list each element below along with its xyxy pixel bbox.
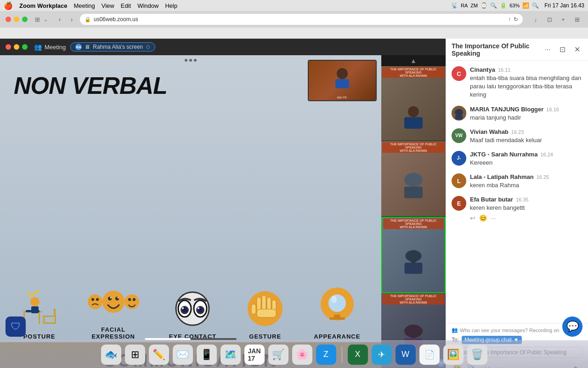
strip-scroll-up[interactable]: ▲	[381, 55, 446, 66]
screen-share-expand[interactable]: ⊙	[146, 44, 150, 50]
svg-rect-2	[39, 312, 40, 324]
svg-point-11	[88, 294, 102, 309]
avatar-vivian: VW	[452, 128, 466, 143]
slide-menu-dots[interactable]	[185, 59, 197, 62]
msg-time-1: 16.11	[498, 67, 511, 73]
battery-pct: 63%	[509, 3, 520, 8]
svg-point-32	[198, 307, 199, 309]
dock-word[interactable]: W	[396, 345, 416, 365]
svg-point-51	[404, 173, 423, 187]
svg-point-57	[404, 325, 423, 338]
zoom-minimize[interactable]	[14, 44, 19, 50]
dock-phone[interactable]: 📱	[197, 345, 217, 365]
download-icon[interactable]: ↓	[530, 14, 541, 25]
address-bar[interactable]: 🔒 us06web.zoom.us ↑ ↻	[80, 14, 523, 25]
meeting-label: Meeting	[45, 44, 66, 51]
dock-finder[interactable]: 🐟	[101, 345, 121, 365]
appearance-svg	[317, 283, 358, 329]
svg-point-18	[117, 297, 119, 299]
gesture-svg	[244, 283, 286, 329]
new-tab-icon[interactable]: +	[558, 14, 569, 25]
menu-view[interactable]: View	[102, 2, 114, 9]
menu-window[interactable]: Window	[137, 2, 158, 9]
posture-item: POSTURE	[21, 288, 58, 340]
maximize-button[interactable]	[22, 17, 28, 22]
msg-name-5: Lala - Latipah Rahman	[470, 173, 534, 180]
minimize-button[interactable]	[14, 17, 19, 22]
reactions-row: ↩ 😊 ···	[470, 214, 582, 222]
dock-pencil[interactable]: ✏️	[149, 345, 169, 365]
dock-calendar[interactable]: JAN17	[244, 345, 265, 365]
more-reactions-btn[interactable]: ···	[491, 214, 496, 222]
participant-thumb-2: THE IMPORTANCE OF PUBLIC SPEAKINGWITH AL…	[381, 141, 446, 216]
avatar-cinantya: C	[452, 66, 466, 81]
msg-body-2: MARIA TANJUNG Blogger 16.16 maria tanjun…	[470, 106, 582, 122]
msg-text-5: keren mba Rahma	[470, 181, 582, 190]
msg-name-4: JKTG - Sarah Nurrahma	[470, 151, 537, 158]
emoji-btn[interactable]: 😊	[479, 214, 487, 222]
zoom-window-header: 👥 Meeting RA 🖥 Rahma Alia's screen ⊙	[0, 39, 446, 55]
avatar-jktg: J-	[452, 151, 466, 166]
dock-preview[interactable]: 🖼️	[443, 345, 464, 365]
reply-btn[interactable]: ↩	[470, 214, 475, 222]
zoom-maximize[interactable]	[22, 44, 28, 50]
app-name: Zoom Workplace	[19, 2, 68, 9]
presentation-area: NON VERBAL	[0, 55, 381, 368]
chat-message-5: L Lala - Latipah Rahman 16.25 keren mba …	[452, 173, 582, 190]
svg-point-12	[91, 298, 94, 301]
dock-pages[interactable]: 📄	[419, 345, 440, 365]
dock-appstore[interactable]: 🛒	[268, 345, 288, 365]
slide-watermark-3: THE IMPORTANCE OF PUBLIC SPEAKINGWITH AL…	[383, 218, 444, 229]
svg-rect-44	[329, 317, 345, 320]
shield-security-badge[interactable]: 🛡	[6, 316, 26, 337]
share-page-icon[interactable]: ⊡	[544, 14, 555, 25]
main-layout: 👥 Meeting RA 🖥 Rahma Alia's screen ⊙	[0, 39, 588, 368]
svg-point-28	[182, 307, 184, 309]
dock-launchpad[interactable]: ⊞	[125, 345, 145, 365]
dock-maps[interactable]: 🗺️	[220, 345, 241, 365]
menu-edit[interactable]: Edit	[121, 2, 131, 9]
menubar-icons: 📡 RA ZM ⌚ 🔍 🔋 63% 📶 🔍	[451, 2, 539, 9]
tab-expand-icon[interactable]: ⊞	[35, 16, 40, 23]
browser-nav: ‹ ›	[55, 15, 76, 24]
menu-help[interactable]: Help	[165, 2, 177, 9]
menubar: 🍎 Zoom Workplace Meeting View Edit Windo…	[0, 0, 588, 11]
dock-photos[interactable]: 🌸	[292, 345, 312, 365]
sidebar-icon[interactable]: ⊞	[571, 14, 582, 25]
dock-trash[interactable]: 🗑️	[467, 345, 487, 365]
forward-button[interactable]: ›	[67, 15, 76, 24]
screen-share-badge: RA 🖥 Rahma Alia's screen ⊙	[70, 42, 155, 52]
svg-rect-36	[262, 295, 266, 311]
chat-close-btn[interactable]: ✕	[571, 44, 582, 55]
tab-expand-arrow[interactable]: ⌄	[44, 17, 48, 23]
dock-mail[interactable]: ✉️	[173, 345, 193, 365]
msg-text-2: maria tanjung hadir	[470, 114, 582, 122]
svg-rect-47	[335, 79, 349, 88]
dock-telegram[interactable]: ✈	[372, 345, 392, 365]
posture-label: POSTURE	[23, 333, 56, 340]
zoom-window-title: 👥 Meeting	[34, 43, 66, 51]
chat-messages: C Cinantya 16.11 entah tiba-tiba suara b…	[446, 61, 588, 323]
chat-float-button[interactable]: 💬	[562, 316, 582, 337]
svg-point-54	[406, 250, 422, 262]
refresh-icon[interactable]: ↻	[514, 16, 518, 23]
menu-meeting[interactable]: Meeting	[74, 2, 95, 9]
msg-body-4: JKTG - Sarah Nurrahma 16.24 Kereeen	[470, 151, 582, 167]
presenter-silhouette	[328, 64, 356, 97]
dock-zoom[interactable]: Z	[316, 345, 336, 365]
close-button[interactable]	[6, 17, 11, 22]
back-button[interactable]: ‹	[55, 15, 64, 24]
zoom-close[interactable]	[6, 44, 11, 50]
apple-menu[interactable]: 🍎	[4, 1, 13, 10]
msg-text-4: Kereeen	[470, 159, 582, 167]
chat-message-4: J- JKTG - Sarah Nurrahma 16.24 Kereeen	[452, 151, 582, 167]
avatar-lala: L	[452, 173, 466, 188]
slide-watermark-2: THE IMPORTANCE OF PUBLIC SPEAKINGWITH AL…	[382, 142, 445, 153]
svg-point-8	[30, 297, 40, 306]
share-icon[interactable]: ↑	[508, 16, 511, 23]
chat-popout-btn[interactable]: ⊡	[557, 44, 568, 55]
facial-expression-label: FACIAL EXPRESSION	[91, 326, 135, 340]
dock-excel[interactable]: X	[348, 345, 368, 365]
svg-rect-52	[404, 187, 423, 198]
chat-more-options[interactable]: ···	[542, 44, 553, 55]
